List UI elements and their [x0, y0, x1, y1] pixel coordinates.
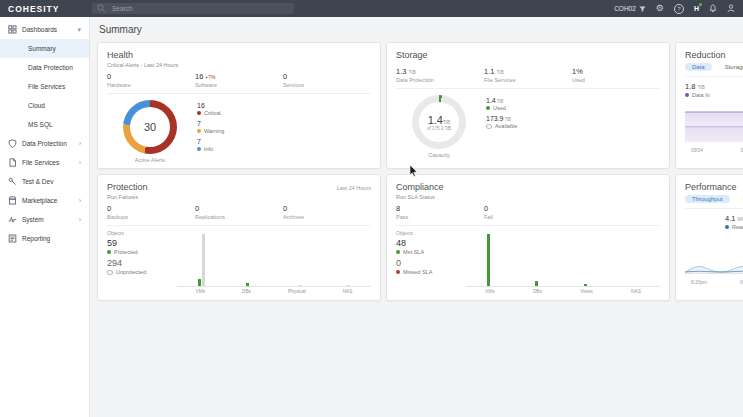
settings-gear-icon[interactable]: ⚙ [656, 4, 664, 13]
unit: TiB [443, 119, 450, 125]
sla-fail-count: 0 [484, 204, 572, 213]
used-dot-icon [486, 106, 490, 110]
software-alert-delta: +7% [205, 74, 215, 80]
capacity-donut-chart[interactable]: 1.4TiB of 175.3 TiB [412, 95, 466, 149]
alerts-donut-chart[interactable]: 30 [123, 100, 177, 154]
sidebar-item-system[interactable]: System › [0, 210, 89, 229]
met-sla-dot-icon [396, 250, 400, 254]
compliance-bar-chart[interactable]: VMsDBsViewsNAS [466, 230, 660, 294]
critical-dot-icon [197, 111, 201, 115]
sidebar-item-label: System [22, 216, 44, 223]
bar-group[interactable] [246, 230, 253, 286]
sidebar-item-data-protection[interactable]: Data Protection › [0, 134, 89, 153]
unprotected-dot-icon [107, 270, 113, 275]
health-ok-dot [699, 3, 702, 6]
protection-card: ProtectionLast 24 Hours Run Failures 0Ba… [97, 174, 381, 301]
bar-group[interactable] [632, 230, 639, 286]
sidebar-item-file-services[interactable]: File Services › [0, 153, 89, 172]
card-title: Protection [107, 182, 148, 192]
data-protection-usage: 1.3 [396, 67, 406, 76]
card-subtitle: Run SLA Status [396, 194, 660, 200]
warning-dot-icon [197, 129, 201, 133]
info-count: 7 [197, 138, 224, 145]
met-sla-bar[interactable] [535, 281, 538, 286]
card-title: Compliance [396, 182, 444, 192]
sidebar-item-cloud[interactable]: Cloud [0, 96, 89, 115]
stat-label: File Services [484, 77, 572, 83]
backup-failures: 0 [107, 204, 195, 213]
sidebar-item-reporting[interactable]: Reporting [0, 229, 89, 248]
objects-label: Objects [107, 230, 169, 236]
stat-label: Archives [283, 214, 371, 220]
card-title: Storage [396, 50, 428, 60]
help-icon[interactable]: ? [674, 4, 684, 14]
donut-caption: Active Alerts [123, 157, 177, 163]
bar-group[interactable] [487, 230, 494, 286]
donut-caption: Capacity [412, 152, 466, 158]
unprotected-bar[interactable] [202, 234, 205, 286]
met-sla-bar[interactable] [487, 234, 490, 286]
file-icon [8, 158, 17, 167]
protection-bar-chart[interactable]: VMsDBsPhysicalNAS [177, 230, 371, 294]
sidebar-item-ms-sql[interactable]: MS SQL [0, 115, 89, 134]
sidebar-item-label: Marketplace [22, 197, 57, 204]
protected-bar[interactable] [198, 279, 201, 286]
bar-group[interactable] [343, 230, 350, 286]
archive-failures: 0 [283, 204, 371, 213]
file-services-usage: 1.1 [484, 67, 494, 76]
legend-label: Data In [692, 92, 710, 98]
sidebar-item-label: Data Protection [22, 140, 67, 147]
page-title: Summary [99, 24, 737, 35]
compliance-x-axis: VMsDBsViewsNAS [466, 289, 660, 294]
sidebar-item-label: File Services [22, 159, 59, 166]
reduction-x-axis: 09/0409/0509/0609/0709/0809/09 [685, 148, 743, 153]
throughput-line-chart[interactable]: 8:20pm09/094:20am8:20am12:20pm4:20pm [685, 231, 743, 285]
sidebar-item-test-dev[interactable]: Test & Dev [0, 172, 89, 191]
unprotected-bar[interactable] [299, 285, 302, 286]
bar-group[interactable] [535, 230, 542, 286]
unprotected-count: 294 [107, 258, 169, 268]
unit: MiB/sec [737, 216, 743, 222]
user-account-icon[interactable] [727, 4, 735, 13]
stat-label: Backups [107, 214, 195, 220]
sidebar-subitem-label: Cloud [28, 102, 45, 109]
cluster-selector[interactable]: COH02 [614, 5, 646, 12]
read-dot-icon [725, 225, 729, 229]
cluster-health-icon[interactable]: H [694, 5, 699, 12]
sidebar-item-summary[interactable]: Summary [0, 39, 89, 58]
performance-x-axis: 8:20pm09/094:20am8:20am12:20pm4:20pm [685, 280, 743, 285]
chevron-right-icon: › [79, 197, 81, 204]
unit: TiB [497, 99, 504, 104]
search-icon [97, 4, 106, 13]
unprotected-bar[interactable] [347, 285, 350, 286]
chevron-right-icon: › [79, 159, 81, 166]
sidebar-item-dashboards[interactable]: Dashboards ▾ [0, 20, 89, 39]
reduction-area-chart[interactable]: 09/0409/0509/0609/0709/0809/09 [685, 102, 743, 153]
data-in-value: 1.8 [685, 82, 695, 91]
legend-label: Warning [204, 128, 224, 134]
unit: TiB [697, 84, 704, 90]
wrench-icon [8, 177, 17, 186]
sidebar-item-data-protection-dashboard[interactable]: Data Protection [0, 58, 89, 77]
bar-group[interactable] [295, 230, 302, 286]
tab-throughput[interactable]: Throughput [685, 195, 730, 203]
bar-group[interactable] [584, 230, 591, 286]
tab-iops[interactable]: IOPS [736, 195, 743, 203]
capacity-total: of 175.3 TiB [427, 126, 451, 131]
global-search[interactable] [92, 3, 294, 14]
met-sla-bar[interactable] [584, 284, 587, 287]
bar-group[interactable] [198, 230, 205, 286]
notifications-bell-icon[interactable] [709, 4, 717, 13]
tab-storage[interactable]: Storage [718, 63, 743, 71]
tab-data[interactable]: Data [685, 63, 712, 71]
sidebar-item-marketplace[interactable]: Marketplace › [0, 191, 89, 210]
compliance-card: Compliance Run SLA Status 8Pass 0Fail Ob… [386, 174, 670, 301]
software-alert-count: 16 [195, 72, 203, 81]
sidebar-item-file-services-dashboard[interactable]: File Services [0, 77, 89, 96]
active-alerts-total: 30 [144, 121, 156, 133]
search-input[interactable] [110, 4, 289, 13]
sidebar-item-label: Reporting [22, 235, 50, 242]
protected-bar[interactable] [246, 283, 249, 286]
mouse-cursor [409, 165, 418, 178]
data-in-dot-icon [685, 93, 689, 97]
